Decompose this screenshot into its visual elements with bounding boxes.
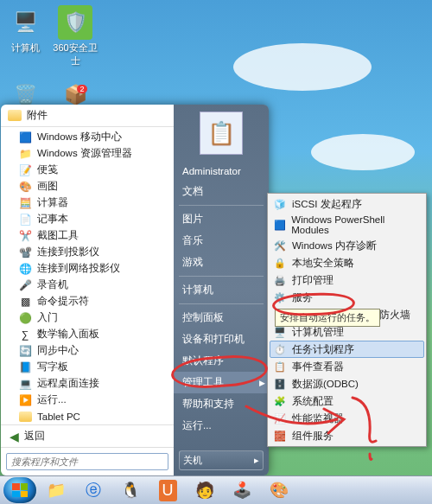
submenu-item[interactable]: 🗄️数据源(ODBC) [270, 375, 424, 392]
program-item[interactable]: ▶️运行... [1, 392, 174, 408]
submenu-label: 任务计划程序 [292, 343, 354, 356]
program-item[interactable]: 🎨画图 [1, 178, 174, 195]
back-button[interactable]: ◀ 返回 [1, 424, 174, 447]
item-label: 音乐 [182, 235, 203, 246]
submenu-item[interactable]: 🛠️Windows 内存诊断 [270, 237, 424, 254]
start-right-item[interactable]: 控制面板 [174, 307, 269, 329]
programs-folder-label: 附件 [27, 108, 48, 123]
submenu-item[interactable]: 🧱组件服务 [270, 427, 424, 444]
program-item[interactable]: 🟢入门 [1, 309, 174, 326]
program-item[interactable]: 🎤录音机 [1, 277, 174, 293]
item-label: 游戏 [182, 257, 203, 267]
desktop-icon[interactable]: 🖥️计算机 [2, 5, 48, 54]
submenu-item[interactable]: 🧩系统配置 [270, 392, 424, 410]
submenu-item[interactable]: 🟦Windows PowerShell Modules [270, 213, 424, 237]
taskbar-pin-app3[interactable]: 🎨 [262, 479, 296, 502]
chevron-right-icon: ▸ [254, 455, 259, 466]
app-icon: 📝 [19, 164, 32, 176]
tool-icon: 🧊 [273, 197, 287, 211]
app-icon: ∑ [22, 329, 29, 341]
start-right-item[interactable]: 计算机 [174, 279, 269, 301]
start-menu-left: 附件 🟦Windows 移动中心📁Windows 资源管理器📝便笺🎨画图🧮计算器… [1, 105, 174, 475]
programs-list: 🟦Windows 移动中心📁Windows 资源管理器📝便笺🎨画图🧮计算器📄记事… [1, 127, 174, 424]
start-right-item[interactable]: 游戏 [174, 252, 269, 273]
shutdown-button[interactable]: 关机 ▸ [179, 450, 264, 470]
item-label: 设备和打印机 [182, 334, 245, 344]
tool-icon: 🖥️ [273, 325, 287, 339]
submenu-label: 服务 [292, 291, 313, 304]
chevron-right-icon: ▶ [259, 379, 265, 387]
submenu-item[interactable]: 📋事件查看器 [270, 358, 424, 375]
taskbar-pin-explorer[interactable]: 📁 [39, 479, 73, 502]
submenu-label: Windows PowerShell Modules [291, 214, 419, 235]
program-item[interactable]: ✂️截图工具 [1, 227, 174, 244]
pin-icon: ⓔ [82, 478, 105, 502]
tool-icon: 🧩 [273, 394, 287, 408]
taskbar-pin-app1[interactable]: 🧑 [187, 479, 222, 502]
program-item[interactable]: 🧮计算器 [1, 195, 174, 211]
program-item[interactable]: Tablet PC [1, 408, 174, 424]
program-label: 记事本 [37, 213, 68, 226]
program-item[interactable]: 📽️连接到投影仪 [1, 244, 174, 260]
start-button[interactable] [3, 477, 36, 503]
start-right-item[interactable]: 管理工具▶ [174, 372, 269, 393]
program-item[interactable]: 📄记事本 [1, 211, 174, 227]
submenu-label: 数据源(ODBC) [292, 378, 359, 391]
submenu-item[interactable]: 🖨️打印管理 [270, 271, 424, 289]
search-input[interactable] [6, 453, 168, 470]
windows-logo-icon [12, 483, 28, 497]
start-right-item[interactable]: 默认程序 [174, 350, 269, 372]
submenu-item[interactable]: 🧊iSCSI 发起程序 [270, 195, 424, 213]
program-item[interactable]: 📁Windows 资源管理器 [1, 145, 174, 162]
submenu-item[interactable]: ⏱️任务计划程序 [270, 341, 424, 358]
app-icon: 🎨 [19, 181, 32, 193]
submenu-label: 计算机管理 [292, 326, 344, 339]
taskbar-pin-uc[interactable]: U [150, 479, 185, 502]
tool-icon: ⏱️ [273, 342, 287, 356]
program-label: 运行... [37, 393, 67, 406]
tool-icon: 🛠️ [273, 239, 287, 252]
program-label: 画图 [37, 180, 58, 193]
submenu-item[interactable]: 📈性能监视器 [270, 410, 424, 427]
program-label: 连接到投影仪 [37, 246, 99, 258]
app-icon: 🧮 [19, 197, 32, 209]
taskbar-pin-qq[interactable]: 🐧 [113, 479, 148, 502]
program-label: Tablet PC [37, 411, 80, 422]
submenu-label: 事件查看器 [292, 360, 344, 373]
program-item[interactable]: 📘写字板 [1, 359, 174, 375]
start-right-item[interactable]: 文档 [174, 181, 269, 202]
program-item[interactable]: ▩命令提示符 [1, 293, 174, 309]
submenu-item[interactable]: 🔒本地安全策略 [270, 254, 424, 271]
program-label: Windows 资源管理器 [37, 147, 132, 160]
program-label: 写字板 [37, 360, 68, 373]
program-item[interactable]: 🟦Windows 移动中心 [1, 129, 174, 145]
taskbar-pin-app2[interactable]: 🕹️ [225, 479, 259, 502]
programs-folder-header[interactable]: 附件 [1, 105, 174, 127]
submenu-label: Windows 内存诊断 [292, 239, 377, 252]
start-right-item[interactable]: 图片 [174, 208, 269, 230]
start-right-item[interactable]: 音乐 [174, 230, 269, 252]
user-name[interactable]: Administrator [174, 162, 269, 181]
item-label: 文档 [182, 186, 203, 196]
item-label: 帮助和支持 [182, 399, 234, 409]
program-item[interactable]: 🌐连接到网络投影仪 [1, 260, 174, 277]
program-item[interactable]: 🔄同步中心 [1, 342, 174, 359]
submenu-item[interactable]: ⚙️服务 [270, 289, 424, 306]
desktop-icon[interactable]: 🛡️360安全卫士 [52, 5, 98, 67]
start-right-item[interactable]: 帮助和支持 [174, 393, 269, 415]
submenu-label: 本地安全策略 [292, 257, 354, 270]
program-item[interactable]: ∑数学输入面板 [1, 326, 174, 342]
item-label: 图片 [182, 214, 203, 224]
pin-icon: 🐧 [118, 479, 143, 501]
program-label: 录音机 [37, 278, 68, 291]
pin-icon: 🎨 [266, 479, 292, 501]
app-icon: 🔄 [19, 345, 32, 357]
start-right-item[interactable]: 运行... [174, 415, 269, 437]
user-avatar[interactable]: 📋 [200, 112, 243, 155]
program-item[interactable]: 💻远程桌面连接 [1, 375, 174, 392]
program-item[interactable]: 📝便笺 [1, 162, 174, 178]
item-label: 默认程序 [182, 355, 224, 366]
start-right-item[interactable]: 设备和打印机 [174, 329, 269, 350]
app-icon: 💻 [19, 378, 32, 390]
taskbar-pin-ie[interactable]: ⓔ [76, 479, 111, 502]
